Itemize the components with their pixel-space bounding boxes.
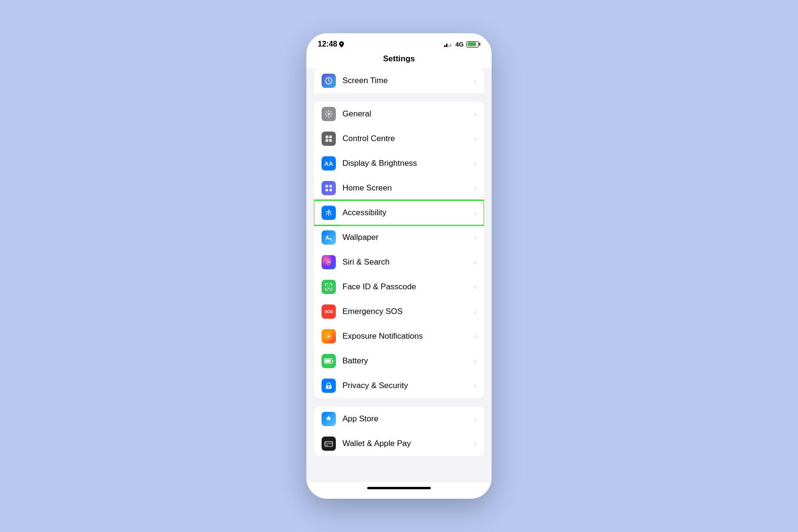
section-mid: General › Control Centre › bbox=[306, 93, 492, 398]
app-store-label: App Store bbox=[342, 414, 474, 424]
settings-item-home-screen[interactable]: Home Screen › bbox=[314, 176, 484, 200]
privacy-security-label: Privacy & Security bbox=[342, 381, 474, 390]
svg-rect-7 bbox=[329, 135, 332, 138]
accessibility-chevron: › bbox=[474, 209, 476, 217]
svg-point-5 bbox=[328, 113, 330, 115]
svg-rect-9 bbox=[329, 139, 332, 142]
svg-rect-26 bbox=[325, 443, 333, 445]
status-time: 12:48 bbox=[318, 40, 344, 48]
location-icon bbox=[339, 41, 344, 48]
settings-item-display-brightness[interactable]: AA Display & Brightness › bbox=[314, 151, 484, 176]
svg-rect-6 bbox=[325, 135, 328, 138]
accessibility-label: Accessibility bbox=[342, 208, 474, 218]
privacy-security-chevron: › bbox=[474, 382, 476, 390]
app-store-chevron: › bbox=[474, 415, 476, 423]
battery-settings-icon bbox=[322, 354, 336, 368]
settings-item-privacy-security[interactable]: Privacy & Security › bbox=[314, 373, 484, 398]
siri-search-chevron: › bbox=[474, 258, 476, 266]
settings-item-exposure-notifications[interactable]: Exposure Notifications › bbox=[314, 324, 484, 349]
wallpaper-chevron: › bbox=[474, 234, 476, 241]
siri-search-label: Siri & Search bbox=[342, 257, 474, 267]
svg-rect-0 bbox=[444, 45, 446, 47]
privacy-security-icon bbox=[322, 379, 336, 393]
exposure-notifications-label: Exposure Notifications bbox=[342, 332, 474, 341]
nav-title: Settings bbox=[306, 52, 492, 68]
page-title: Settings bbox=[383, 54, 415, 63]
settings-item-general[interactable]: General › bbox=[314, 102, 484, 126]
face-id-icon bbox=[322, 280, 336, 294]
display-brightness-label: Display & Brightness bbox=[342, 159, 474, 168]
accessibility-icon bbox=[322, 206, 336, 220]
display-brightness-chevron: › bbox=[474, 160, 476, 167]
settings-item-control-centre[interactable]: Control Centre › bbox=[314, 126, 484, 151]
settings-item-siri-search[interactable]: Siri & Search › bbox=[314, 250, 484, 275]
home-indicator[interactable] bbox=[306, 482, 492, 499]
time-display: 12:48 bbox=[318, 40, 337, 48]
wallet-apple-pay-label: Wallet & Apple Pay bbox=[342, 439, 474, 448]
control-centre-chevron: › bbox=[474, 135, 476, 142]
svg-rect-22 bbox=[325, 360, 331, 363]
svg-point-17 bbox=[328, 261, 330, 263]
section-bottom: App Store › Wallet & Apple Pay › bbox=[306, 398, 492, 470]
control-centre-label: Control Centre bbox=[342, 134, 474, 143]
settings-item-wallet-apple-pay[interactable]: Wallet & Apple Pay › bbox=[314, 431, 484, 456]
settings-item-accessibility[interactable]: Accessibility › bbox=[314, 200, 484, 225]
exposure-notifications-chevron: › bbox=[474, 332, 476, 340]
svg-rect-3 bbox=[450, 44, 451, 47]
display-brightness-icon: AA bbox=[322, 156, 336, 171]
svg-rect-8 bbox=[325, 139, 328, 142]
home-screen-label: Home Screen bbox=[342, 183, 474, 193]
svg-point-24 bbox=[328, 386, 330, 388]
network-type: 4G bbox=[456, 41, 464, 48]
section-mid-list: General › Control Centre › bbox=[314, 102, 484, 398]
face-id-label: Face ID & Passcode bbox=[342, 282, 474, 292]
siri-icon bbox=[322, 255, 336, 269]
screen-time-chevron: › bbox=[474, 77, 476, 85]
svg-rect-12 bbox=[325, 189, 328, 191]
emergency-sos-chevron: › bbox=[474, 308, 476, 315]
app-store-icon bbox=[322, 412, 336, 426]
svg-rect-13 bbox=[330, 189, 332, 191]
section-top: Screen Time › bbox=[306, 68, 492, 93]
settings-item-screen-time[interactable]: Screen Time › bbox=[314, 68, 484, 93]
section-bottom-list: App Store › Wallet & Apple Pay › bbox=[314, 407, 484, 456]
home-screen-chevron: › bbox=[474, 184, 476, 192]
svg-rect-2 bbox=[448, 45, 449, 47]
general-icon bbox=[322, 107, 336, 121]
general-label: General bbox=[342, 109, 474, 119]
svg-rect-1 bbox=[446, 44, 447, 47]
settings-item-battery[interactable]: Battery › bbox=[314, 349, 484, 373]
status-right: 4G bbox=[444, 41, 480, 48]
wallpaper-label: Wallpaper bbox=[342, 233, 474, 242]
settings-item-app-store[interactable]: App Store › bbox=[314, 407, 484, 431]
svg-rect-27 bbox=[326, 445, 328, 446]
battery-chevron: › bbox=[474, 357, 476, 365]
svg-point-14 bbox=[328, 209, 330, 211]
emergency-sos-icon: SOS bbox=[322, 304, 336, 319]
settings-item-wallpaper[interactable]: Wallpaper › bbox=[314, 225, 484, 250]
signal-icon bbox=[444, 41, 453, 47]
status-bar: 12:48 4G bbox=[306, 33, 492, 52]
battery-label: Battery bbox=[342, 356, 474, 366]
face-id-chevron: › bbox=[474, 283, 476, 291]
home-bar bbox=[367, 487, 431, 489]
section-top-list: Screen Time › bbox=[314, 68, 484, 93]
svg-point-18 bbox=[328, 335, 330, 338]
settings-item-face-id[interactable]: Face ID & Passcode › bbox=[314, 275, 484, 299]
settings-item-emergency-sos[interactable]: SOS Emergency SOS › bbox=[314, 299, 484, 324]
exposure-notifications-icon bbox=[322, 329, 336, 343]
phone-frame: 12:48 4G Settings bbox=[306, 33, 492, 499]
emergency-sos-label: Emergency SOS bbox=[342, 307, 474, 316]
wallpaper-icon bbox=[322, 230, 336, 245]
screen-time-label: Screen Time bbox=[342, 76, 474, 86]
svg-rect-11 bbox=[330, 185, 332, 187]
battery-icon bbox=[466, 41, 480, 48]
wallet-apple-pay-icon bbox=[322, 437, 336, 451]
general-chevron: › bbox=[474, 110, 476, 118]
home-screen-icon bbox=[322, 181, 336, 195]
control-centre-icon bbox=[322, 132, 336, 146]
settings-scroll-area[interactable]: Screen Time › General › bbox=[306, 68, 492, 482]
wallet-apple-pay-chevron: › bbox=[474, 440, 476, 447]
screen-time-icon bbox=[322, 74, 336, 88]
svg-rect-10 bbox=[325, 185, 328, 187]
